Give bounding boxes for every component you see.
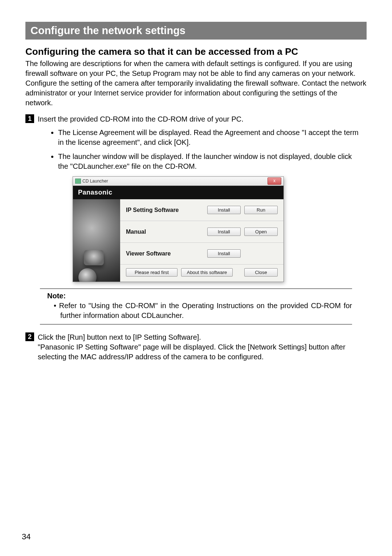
close-icon[interactable]: x [268, 177, 281, 185]
window-titlebar: CD Launcher x [73, 177, 283, 186]
note-block: Note: Refer to "Using the CD-ROM" in the… [40, 289, 352, 324]
intro-paragraph: The following are descriptions for when … [25, 59, 367, 108]
step-number-badge: 2 [25, 332, 34, 341]
row-viewer-software: Viewer Software Install [120, 243, 283, 265]
about-software-button[interactable]: About this software [181, 268, 233, 277]
launcher-body: IP Setting Software Install Run Manual I… [73, 199, 283, 282]
cd-launcher-window: CD Launcher x Panasonic IP Setting Softw… [73, 176, 284, 282]
note-text: Refer to "Using the CD-ROM" in the Opera… [40, 301, 352, 320]
row-label: Manual [126, 229, 204, 235]
please-read-first-button[interactable]: Please read first [126, 268, 177, 277]
step-2-text: Click the [Run] button next to [IP Setti… [38, 332, 367, 362]
step-2-line2: "Panasonic IP Setting Software" page wil… [38, 343, 346, 361]
manual-page: Configure the network settings Configuri… [0, 0, 392, 556]
window-title: CD Launcher [82, 179, 108, 184]
row-ip-setting-software: IP Setting Software Install Run [120, 199, 283, 221]
step-2-line1: Click the [Run] button next to [IP Setti… [38, 333, 201, 341]
camera-product-image [73, 199, 120, 282]
row-manual: Manual Install Open [120, 221, 283, 243]
note-title: Note: [47, 292, 352, 300]
step-2: 2 Click the [Run] button next to [IP Set… [25, 332, 367, 362]
brand-bar: Panasonic [73, 186, 283, 199]
step-number-badge: 1 [25, 114, 34, 123]
bullet-item: The launcher window will be displayed. I… [58, 152, 367, 171]
page-number: 34 [22, 532, 30, 541]
row-label: IP Setting Software [126, 207, 204, 213]
install-button[interactable]: Install [207, 249, 241, 258]
row-label: Viewer Software [126, 250, 204, 257]
bullet-item: The License Agreement will be displayed.… [58, 128, 367, 147]
install-button[interactable]: Install [207, 228, 241, 236]
section-banner: Configure the network settings [25, 22, 367, 40]
open-button[interactable]: Open [244, 228, 278, 236]
subheading: Configuring the camera so that it can be… [25, 46, 367, 57]
launcher-footer: Please read first About this software Cl… [120, 265, 283, 282]
step-1-text: Insert the provided CD-ROM into the CD-R… [38, 114, 244, 124]
step-1: 1 Insert the provided CD-ROM into the CD… [25, 114, 367, 124]
launcher-rows: IP Setting Software Install Run Manual I… [120, 199, 283, 282]
close-button[interactable]: Close [244, 268, 278, 277]
run-button[interactable]: Run [244, 206, 278, 214]
app-icon [75, 179, 81, 184]
step-1-bullets: The License Agreement will be displayed.… [25, 128, 367, 171]
install-button[interactable]: Install [207, 206, 241, 214]
